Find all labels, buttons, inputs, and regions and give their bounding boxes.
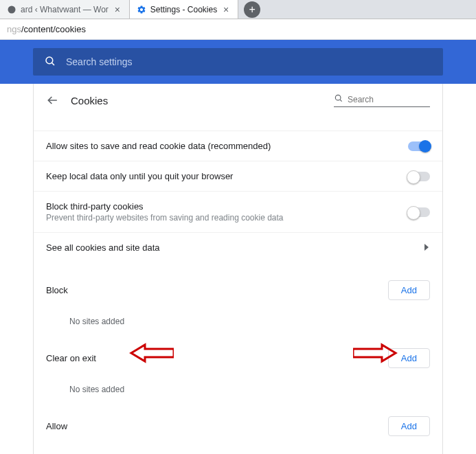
new-tab-button[interactable]: + [244, 1, 260, 18]
tab-label: Settings - Cookies [150, 5, 217, 14]
close-icon[interactable]: × [113, 5, 122, 14]
section-allow: Allow Add [34, 407, 442, 446]
section-title: Block [46, 285, 388, 295]
toggle-keep-until-quit[interactable] [408, 172, 430, 181]
row-allow-save: Allow sites to save and read cookie data… [34, 130, 442, 161]
section-clear-on-exit: Clear on exit Add [34, 339, 442, 378]
search-placeholder: Search settings [66, 56, 133, 67]
search-icon [334, 93, 343, 105]
search-settings-bar[interactable]: Search settings [33, 48, 443, 76]
section-block: Block Add [34, 271, 442, 310]
row-keep-until-quit: Keep local data only until you quit your… [34, 161, 442, 191]
settings-card: Cookies Allow sites to save and read coo… [33, 84, 443, 454]
url-bar[interactable]: ngs/content/cookies [0, 19, 476, 40]
svg-point-0 [8, 5, 16, 13]
inline-search-input[interactable] [348, 95, 430, 104]
back-button[interactable] [46, 93, 60, 107]
row-block-third-party: Block third-party cookies Prevent third-… [34, 191, 442, 232]
card-header: Cookies [34, 84, 442, 117]
close-icon[interactable]: × [221, 5, 231, 14]
add-button-block[interactable]: Add [388, 280, 430, 300]
empty-allow: No sites added [34, 446, 442, 454]
row-see-all-cookies[interactable]: See all cookies and site data [34, 232, 442, 262]
toggle-allow-save[interactable] [408, 141, 430, 151]
inline-search[interactable] [334, 93, 430, 107]
tab-settings[interactable]: Settings - Cookies × [130, 0, 238, 19]
add-button-clear[interactable]: Add [388, 348, 430, 368]
section-title: Clear on exit [46, 353, 388, 363]
url-path: /content/cookies [21, 24, 86, 34]
row-label: Allow sites to save and read cookie data… [46, 141, 408, 151]
svg-line-2 [52, 63, 54, 65]
empty-block: No sites added [34, 310, 442, 339]
section-title: Allow [46, 421, 388, 431]
tab-whatvwant[interactable]: ard ‹ Whatvwant — Wor × [0, 0, 130, 19]
row-label: Block third-party cookies [46, 201, 408, 212]
row-label: See all cookies and site data [46, 242, 423, 253]
wordpress-icon [7, 5, 16, 14]
svg-point-3 [335, 95, 341, 100]
empty-clear: No sites added [34, 378, 442, 407]
page-title: Cookies [71, 95, 108, 106]
url-gray: ngs [7, 24, 21, 34]
gear-icon [137, 5, 146, 14]
tab-strip: ard ‹ Whatvwant — Wor × Settings - Cooki… [0, 0, 476, 19]
settings-header: Search settings [0, 40, 476, 84]
row-sublabel: Prevent third-party websites from saving… [46, 213, 408, 223]
tab-label: ard ‹ Whatvwant — Wor [21, 5, 109, 14]
svg-point-1 [46, 57, 53, 64]
svg-line-4 [340, 100, 342, 102]
chevron-right-icon [423, 242, 430, 253]
add-button-allow[interactable]: Add [388, 416, 430, 436]
search-icon [44, 55, 56, 69]
row-label: Keep local data only until you quit your… [46, 171, 408, 181]
toggle-block-third-party[interactable] [408, 207, 430, 217]
